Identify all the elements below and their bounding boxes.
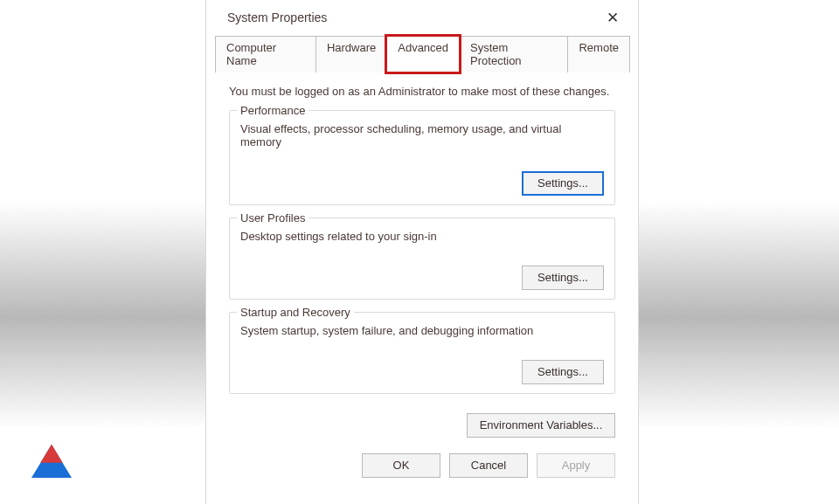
group-user-profiles-title: User Profiles [237,211,309,224]
group-user-profiles: User Profiles Desktop settings related t… [229,217,615,300]
group-startup-recovery-title: Startup and Recovery [237,306,354,319]
group-performance: Performance Visual effects, processor sc… [229,110,615,205]
tab-system-protection[interactable]: System Protection [459,36,568,72]
tab-remote[interactable]: Remote [567,36,630,72]
apply-button[interactable]: Apply [537,453,615,478]
watermark-logo: موبایل فروشگاه اینترنتی موبایل [31,445,161,478]
system-properties-window: System Properties ✕ Computer Name Hardwa… [205,0,639,504]
startup-recovery-settings-button[interactable]: Settings... [522,360,604,384]
ok-button[interactable]: OK [362,453,440,478]
titlebar: System Properties ✕ [206,0,638,35]
performance-settings-button[interactable]: Settings... [522,171,604,196]
group-performance-title: Performance [237,104,309,117]
tab-hardware[interactable]: Hardware [315,36,387,72]
close-icon[interactable]: ✕ [600,7,626,29]
tab-strip: Computer Name Hardware Advanced System P… [215,35,629,72]
watermark-triangle-icon [31,445,72,478]
user-profiles-settings-button[interactable]: Settings... [522,266,604,290]
cancel-button[interactable]: Cancel [449,453,528,478]
tab-advanced[interactable]: Advanced [386,36,460,72]
group-startup-recovery-desc: System startup, system failure, and debu… [240,324,604,337]
window-title: System Properties [227,10,327,24]
dialog-button-row: OK Cancel Apply [215,446,629,478]
environment-variables-button[interactable]: Environment Variables... [467,413,615,438]
watermark-brand: موبایل [109,445,161,468]
group-user-profiles-desc: Desktop settings related to your sign-in [240,230,604,243]
admin-note: You must be logged on as an Administrato… [229,85,615,98]
tab-strip-container: Computer Name Hardware Advanced System P… [206,35,638,478]
group-startup-recovery: Startup and Recovery System startup, sys… [229,312,615,394]
tab-computer-name[interactable]: Computer Name [215,36,316,72]
tab-content-advanced: You must be logged on as an Administrato… [215,72,629,413]
watermark-tagline: فروشگاه اینترنتی موبایل [77,468,161,477]
group-performance-desc: Visual effects, processor scheduling, me… [240,122,604,148]
